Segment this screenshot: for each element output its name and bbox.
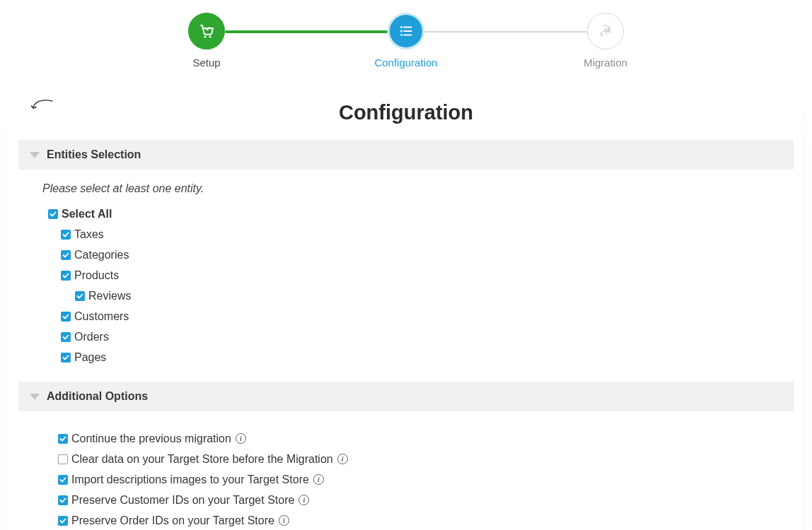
option-label: Clear data on your Target Store before t… xyxy=(71,450,333,468)
checkbox-orders[interactable] xyxy=(61,332,71,342)
entities-checklist: Select All Taxes Categories Products Rev… xyxy=(8,201,804,382)
entity-label: Categories xyxy=(74,246,129,264)
select-all-label: Select All xyxy=(62,205,112,223)
checkbox-taxes[interactable] xyxy=(61,230,71,240)
option-row-preserve-order-ids: Preserve Order IDs on your Target Store … xyxy=(58,512,784,529)
info-icon[interactable]: i xyxy=(236,433,246,444)
step-label: Setup xyxy=(192,57,220,69)
rocket-icon xyxy=(587,13,624,49)
step-configuration[interactable]: Configuration xyxy=(388,13,424,69)
checkbox-customers[interactable] xyxy=(61,312,71,322)
option-row-preserve-customer-ids: Preserve Customer IDs on your Target Sto… xyxy=(58,491,784,509)
chevron-down-icon xyxy=(30,152,40,158)
step-label: Migration xyxy=(584,57,627,69)
svg-point-9 xyxy=(607,28,608,30)
checkbox-categories[interactable] xyxy=(61,250,71,260)
info-icon[interactable]: i xyxy=(337,454,348,464)
entity-row-taxes: Taxes xyxy=(61,225,784,243)
step-setup[interactable]: Setup xyxy=(188,13,225,69)
entity-row-products: Products xyxy=(61,266,784,284)
checkbox-preserve-customer-ids[interactable] xyxy=(58,495,68,505)
entity-label: Customers xyxy=(74,307,129,325)
svg-point-3 xyxy=(400,30,402,33)
entity-label: Pages xyxy=(74,348,106,366)
entity-label: Reviews xyxy=(88,287,131,305)
option-row-clear-data: Clear data on your Target Store before t… xyxy=(58,450,784,468)
step-migration[interactable]: Migration xyxy=(587,13,624,69)
connector-pending xyxy=(424,31,587,33)
option-label: Preserve Order IDs on your Target Store xyxy=(71,512,274,529)
entity-label: Orders xyxy=(74,328,109,346)
checkbox-reviews[interactable] xyxy=(75,291,85,301)
section-title: Additional Options xyxy=(47,390,148,403)
checkbox-select-all[interactable] xyxy=(48,209,58,219)
checkbox-clear-data[interactable] xyxy=(58,454,68,464)
page-title: Configuration xyxy=(8,101,804,124)
checkbox-continue-migration[interactable] xyxy=(58,434,68,444)
checkbox-pages[interactable] xyxy=(61,353,71,363)
chevron-down-icon xyxy=(30,394,40,400)
config-card: Configuration Entities Selection Please … xyxy=(8,83,804,530)
entities-instruction: Please select at least one entity. xyxy=(8,177,804,201)
stepper: Setup Configuration xyxy=(0,0,812,74)
option-row-continue: Continue the previous migration i xyxy=(58,430,784,447)
entity-row-pages: Pages xyxy=(61,348,784,366)
entity-label: Products xyxy=(74,266,119,284)
checkbox-import-images[interactable] xyxy=(58,475,68,485)
step-label: Configuration xyxy=(374,57,437,69)
svg-point-0 xyxy=(204,35,206,37)
select-all-row: Select All xyxy=(48,205,784,223)
option-label: Import descriptions images to your Targe… xyxy=(71,471,309,488)
connector-completed xyxy=(225,30,388,33)
section-header-entities[interactable]: Entities Selection xyxy=(18,140,794,170)
option-label: Continue the previous migration xyxy=(71,430,231,447)
cart-icon xyxy=(188,13,225,49)
back-arrow-icon[interactable] xyxy=(31,98,55,118)
entity-label: Taxes xyxy=(74,225,104,243)
section-title: Entities Selection xyxy=(47,148,141,161)
svg-point-1 xyxy=(209,35,211,37)
info-icon[interactable]: i xyxy=(298,495,309,505)
info-icon[interactable]: i xyxy=(313,474,324,485)
svg-point-4 xyxy=(400,34,402,36)
option-label: Preserve Customer IDs on your Target Sto… xyxy=(71,491,294,509)
option-row-import-images: Import descriptions images to your Targe… xyxy=(58,471,784,488)
checkbox-preserve-order-ids[interactable] xyxy=(58,516,68,526)
entity-row-orders: Orders xyxy=(61,328,784,346)
info-icon[interactable]: i xyxy=(279,515,289,526)
entity-row-customers: Customers xyxy=(61,307,784,325)
svg-point-2 xyxy=(400,26,402,28)
options-list: Continue the previous migration i Clear … xyxy=(8,418,804,530)
list-icon xyxy=(388,13,424,49)
section-header-options[interactable]: Additional Options xyxy=(18,382,794,411)
entity-row-categories: Categories xyxy=(61,246,784,264)
entity-row-reviews: Reviews xyxy=(75,287,784,305)
checkbox-products[interactable] xyxy=(61,271,71,281)
